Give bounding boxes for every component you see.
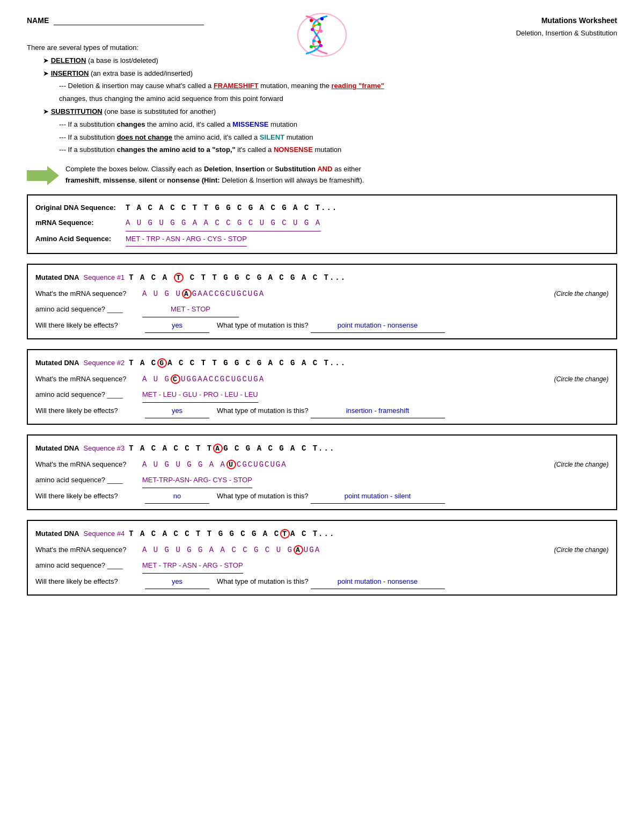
mutation2-type-answer: insertion - frameshift [311,404,445,418]
frameshift-line2: changes, thus changing the amino acid se… [59,93,617,105]
mutation3-mrna-label: What's the mRNA sequence? [35,458,140,472]
mutation3-seq-num: Sequence #3 [84,441,125,455]
mutation3-box: Mutated DNA Sequence #3 T A C A C C T TA… [27,434,617,510]
mutation3-aa-answer: MET-TRP-ASN- ARG- CYS - STOP [142,473,252,488]
insertion-label: INSERTION [51,69,89,77]
mutation3-header: Mutated DNA Sequence #3 T A C A C C T TA… [35,441,609,456]
mutation2-mrna-circled: C [171,374,180,384]
mutation4-box: Mutated DNA Sequence #4 T A C A C C T T … [27,520,617,596]
mutation4-mrna-label: What's the mRNA sequence? [35,543,140,557]
mutation4-type-answer: point mutation - nonsense [311,575,445,589]
mutation3-effects-answer: no [145,489,209,504]
mutation1-effects-label: Will there likely be effects? [35,318,143,332]
mutation4-header: Mutated DNA Sequence #4 T A C A C C T T … [35,526,609,541]
silent-word: SILENT [260,133,284,141]
intro-section: There are several types of mutation: ➤ D… [27,42,617,156]
mutation3-effects-label: Will there likely be effects? [35,489,143,503]
mutation1-effects-row: Will there likely be effects? yes What t… [35,318,609,333]
svg-point-15 [310,45,313,48]
mutation1-mrna-row: What's the mRNA sequence? A U G UAGAACCG… [35,286,609,301]
dna-helix-icon [290,11,354,59]
mutation2-circle-note: (Circle the change) [554,373,609,386]
mutation1-header: Mutated DNA Sequence #1 T A C A T C T T … [35,270,609,285]
mutation2-type-label: What type of mutation is this? [217,404,309,418]
worksheet-subtitle: Deletion, Insertion & Substitution [516,29,617,37]
worksheet-title: Mutations Worksheet [516,16,617,25]
mutation3-mrna-circled: U [226,460,236,469]
insertion-line: ➤ INSERTION (an extra base is added/inse… [43,68,617,79]
deletion-label: DELETION [51,56,86,64]
svg-point-9 [318,23,321,26]
mutation4-dna: T A C A C C T T G G C G A CTA C T... [129,526,335,541]
mutation1-box: Mutated DNA Sequence #1 T A C A T C T T … [27,264,617,339]
page-header: NAME Mutations Worksheet Deletion, Inser… [27,16,617,37]
nonsense-line: --- If a substitution changes the amino … [59,144,617,156]
mutation3-circled-letter: A [213,444,223,453]
mutation3-mrna-seq: A U G U G G A AUCGCUGCUGA [142,457,287,472]
svg-point-7 [310,19,313,22]
mutation4-mrna-circled: A [294,545,303,555]
mutation1-circled-letter: T [174,273,184,282]
mutation2-mrna-seq: A U GCUGGAACCGCUGCUGA [142,372,265,387]
mutation4-circled-letter: T [280,529,290,539]
mutation1-mrna-label: What's the mRNA sequence? [35,287,140,301]
mutation1-label: Mutated DNA [35,271,79,285]
mutation1-dna: T A C A T C T T G G C G A C G A C T... [129,270,346,285]
svg-point-8 [320,17,324,20]
mutation1-aa-label: amino acid sequence? ____ [35,302,140,316]
mutation4-aa-label: amino acid sequence? ____ [35,559,140,572]
instruction-box: Complete the boxes below. Classify each … [27,164,617,186]
mutation2-effects-label: Will there likely be effects? [35,404,143,418]
original-sequence-box: Original DNA Sequence: T A C A C C T T G… [27,194,617,254]
mutation3-circle-note: (Circle the change) [554,458,609,471]
svg-point-11 [311,28,314,31]
svg-point-13 [312,39,316,42]
mutation2-label: Mutated DNA [35,356,79,370]
mutation2-box: Mutated DNA Sequence #2 T A CGA C C T T … [27,349,617,425]
instruction-text: Complete the boxes below. Classify each … [65,164,364,186]
mutation2-effects-answer: yes [145,404,209,418]
reading-frame-text: reading "frame" [332,82,384,90]
mutation4-aa-answer: MET - TRP - ASN - ARG - STOP [142,559,243,574]
mutation1-circle-note: (Circle the change) [554,287,609,300]
missense-word: MISSENSE [232,120,268,128]
mutation4-circle-note: (Circle the change) [554,543,609,556]
original-aa-seq: MET - TRP - ASN - ARG - CYS - STOP [126,233,247,246]
mutation2-circled-letter: G [157,358,167,368]
original-aa-label: Amino Acid Sequence: [35,233,121,246]
original-dna-label: Original DNA Sequence: [35,201,121,215]
svg-marker-17 [27,166,59,185]
original-mrna-row: mRNA Sequence: A U G U G G A A C C G C U… [35,216,609,231]
mutation1-aa-row: amino acid sequence? ____ MET - STOP [35,302,609,317]
substitution-label: SUBSTITUTION [51,107,103,115]
mutation3-type-label: What type of mutation is this? [217,489,309,503]
original-mrna-seq: A U G U G G A A C C G C U G C U G A [126,216,321,231]
svg-point-16 [319,44,323,47]
mutation3-mrna-row: What's the mRNA sequence? A U G U G G A … [35,457,609,472]
mutation4-effects-label: Will there likely be effects? [35,575,143,589]
mutation2-header: Mutated DNA Sequence #2 T A CGA C C T T … [35,356,609,371]
mutation2-mrna-row: What's the mRNA sequence? A U GCUGGAACCG… [35,372,609,387]
mutation1-effects-answer: yes [145,318,209,333]
mutation2-aa-row: amino acid sequence? ____ MET - LEU - GL… [35,388,609,403]
original-mrna-label: mRNA Sequence: [35,216,121,230]
mutation1-mrna-seq: A U G UAGAACCGCUGCUGA [142,286,265,301]
svg-point-14 [318,40,321,43]
mutation4-seq-num: Sequence #4 [84,527,125,541]
mutation1-type-answer: point mutation - nonsense [311,318,445,333]
name-label: NAME [27,16,49,25]
mutation3-type-answer: point mutation - silent [311,489,445,504]
mutation3-dna: T A C A C C T TAG C G A C G A C T... [129,441,335,456]
frameshift-word: FRAMESHIFT [214,82,259,90]
title-block: Mutations Worksheet Deletion, Insertion … [516,16,617,37]
mutation3-label: Mutated DNA [35,441,79,455]
mutation2-seq-num: Sequence #2 [84,356,125,370]
name-section: NAME [27,16,204,25]
missense-line: --- If a substitution changes the amino … [59,119,617,130]
mutation1-type-label: What type of mutation is this? [217,318,309,332]
mutation3-aa-label: amino acid sequence? ____ [35,473,140,487]
mutation4-effects-answer: yes [145,575,209,589]
mutation1-mrna-circled: A [182,289,192,299]
green-arrow-icon [27,166,59,185]
mutation2-mrna-label: What's the mRNA sequence? [35,372,140,386]
